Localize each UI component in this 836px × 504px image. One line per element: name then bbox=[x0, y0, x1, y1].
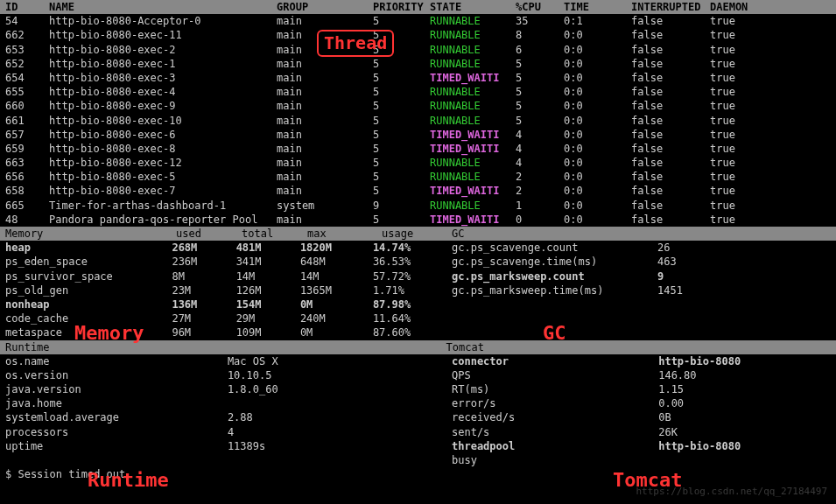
mem-used: 236M bbox=[172, 255, 235, 269]
thread-id: 654 bbox=[5, 71, 49, 85]
thread-time: 0:0 bbox=[564, 114, 631, 128]
runtime-row: processors4 bbox=[0, 425, 446, 439]
mem-usage: 11.64% bbox=[373, 312, 441, 326]
thread-interrupted: false bbox=[631, 199, 710, 213]
thread-cpu: 5 bbox=[516, 85, 564, 99]
thread-interrupted: false bbox=[631, 99, 710, 113]
thread-table: 54http-bio-8080-Acceptor-0main5RUNNABLE3… bbox=[0, 14, 836, 227]
thread-priority: 5 bbox=[373, 142, 430, 156]
thread-priority: 5 bbox=[373, 114, 430, 128]
gc-row: gc.ps_marksweep.time(ms)1451 bbox=[446, 284, 836, 298]
thread-group: system bbox=[277, 199, 373, 213]
tomcat-value bbox=[658, 453, 831, 467]
thread-state: RUNNABLE bbox=[430, 99, 516, 113]
thread-group: main bbox=[277, 85, 373, 99]
mem-total: 154M bbox=[236, 298, 300, 312]
thread-name: http-bio-8080-exec-2 bbox=[49, 43, 277, 57]
thread-daemon: true bbox=[710, 184, 762, 198]
memory-row: nonheap136M154M0M87.98% bbox=[0, 298, 446, 312]
thread-row: 657http-bio-8080-exec-6main5TIMED_WAITI4… bbox=[0, 128, 836, 142]
tomcat-row: connectorhttp-bio-8080 bbox=[446, 354, 836, 368]
thread-id: 662 bbox=[5, 28, 49, 42]
mem-total: 29M bbox=[236, 312, 300, 326]
memory-row: metaspace96M109M0M87.60% bbox=[0, 326, 446, 340]
thread-cpu: 35 bbox=[516, 14, 564, 28]
thread-name: http-bio-8080-exec-1 bbox=[49, 57, 277, 71]
thread-priority: 5 bbox=[373, 170, 430, 184]
col-priority: PRIORITY bbox=[373, 0, 430, 14]
thread-state: RUNNABLE bbox=[430, 156, 516, 170]
thread-id: 657 bbox=[5, 128, 49, 142]
thread-id: 54 bbox=[5, 14, 49, 28]
thread-state: RUNNABLE bbox=[430, 85, 516, 99]
thread-group: main bbox=[277, 170, 373, 184]
memory-row: heap268M481M1820M14.74% bbox=[0, 241, 446, 255]
thread-interrupted: false bbox=[631, 213, 710, 227]
thread-row: 661http-bio-8080-exec-10main5RUNNABLE50:… bbox=[0, 114, 836, 128]
thread-interrupted: false bbox=[631, 71, 710, 85]
gc-name: gc.ps_scavenge.time(ms) bbox=[452, 255, 657, 269]
thread-priority: 5 bbox=[373, 71, 430, 85]
thread-row: 662http-bio-8080-exec-11main5RUNNABLE80:… bbox=[0, 28, 836, 42]
tomcat-row: error/s0.00 bbox=[446, 396, 836, 410]
mem-used: 23M bbox=[172, 284, 235, 298]
thread-time: 0:0 bbox=[564, 170, 631, 184]
thread-group: main bbox=[277, 28, 373, 42]
mem-name: nonheap bbox=[5, 298, 172, 312]
thread-time: 0:0 bbox=[564, 128, 631, 142]
mem-used: 268M bbox=[172, 241, 235, 255]
runtime-value: 4 bbox=[228, 425, 441, 439]
thread-state: RUNNABLE bbox=[430, 43, 516, 57]
thread-row: 54http-bio-8080-Acceptor-0main5RUNNABLE3… bbox=[0, 14, 836, 28]
thread-interrupted: false bbox=[631, 85, 710, 99]
col-state: STATE bbox=[430, 0, 516, 14]
thread-id: 653 bbox=[5, 43, 49, 57]
thread-time: 0:0 bbox=[564, 43, 631, 57]
thread-group: main bbox=[277, 71, 373, 85]
mem-name: ps_old_gen bbox=[5, 284, 172, 298]
tomcat-name: busy bbox=[452, 453, 658, 467]
gc-value: 463 bbox=[657, 255, 745, 269]
thread-cpu: 5 bbox=[516, 114, 564, 128]
thread-priority: 5 bbox=[373, 85, 430, 99]
thread-id: 658 bbox=[5, 184, 49, 198]
watermark: https://blog.csdn.net/qq_27184497 bbox=[636, 486, 827, 499]
thread-daemon: true bbox=[710, 128, 762, 142]
tomcat-value: 0B bbox=[658, 410, 831, 424]
tomcat-value: 0.00 bbox=[658, 396, 831, 410]
thread-daemon: true bbox=[710, 156, 762, 170]
thread-state: RUNNABLE bbox=[430, 170, 516, 184]
gc-name: gc.ps_scavenge.count bbox=[452, 241, 657, 255]
thread-group: main bbox=[277, 99, 373, 113]
mem-total: 109M bbox=[236, 326, 300, 340]
thread-time: 0:0 bbox=[564, 57, 631, 71]
thread-id: 652 bbox=[5, 57, 49, 71]
thread-daemon: true bbox=[710, 85, 762, 99]
thread-cpu: 8 bbox=[516, 28, 564, 42]
thread-time: 0:0 bbox=[564, 71, 631, 85]
thread-state: TIMED_WAITI bbox=[430, 128, 516, 142]
thread-time: 0:0 bbox=[564, 99, 631, 113]
thread-daemon: true bbox=[710, 170, 762, 184]
mem-max: 1365M bbox=[300, 284, 373, 298]
thread-row: 663http-bio-8080-exec-12main5RUNNABLE40:… bbox=[0, 156, 836, 170]
memory-row: ps_old_gen23M126M1365M1.71% bbox=[0, 284, 446, 298]
runtime-row: os.nameMac OS X bbox=[0, 354, 446, 368]
memory-row: code_cache27M29M240M11.64% bbox=[0, 312, 446, 326]
thread-cpu: 2 bbox=[516, 170, 564, 184]
thread-interrupted: false bbox=[631, 57, 710, 71]
tomcat-name: RT(ms) bbox=[452, 382, 658, 396]
mem-max-hdr: max bbox=[307, 227, 382, 241]
runtime-value: 10.10.5 bbox=[228, 368, 441, 382]
thread-name: http-bio-8080-exec-4 bbox=[49, 85, 277, 99]
mem-name: ps_survivor_space bbox=[5, 270, 172, 284]
col-interrupted: INTERRUPTED bbox=[631, 0, 710, 14]
runtime-name: java.home bbox=[5, 396, 228, 410]
thread-group: main bbox=[277, 142, 373, 156]
thread-priority: 5 bbox=[373, 14, 430, 28]
runtime-value: Mac OS X bbox=[228, 354, 441, 368]
prompt-line[interactable]: $ Session timed out. bbox=[0, 467, 836, 481]
mem-usage: 1.71% bbox=[373, 284, 441, 298]
thread-name: Pandora pandora-qos-reporter Pool bbox=[49, 213, 277, 227]
thread-priority: 5 bbox=[373, 184, 430, 198]
